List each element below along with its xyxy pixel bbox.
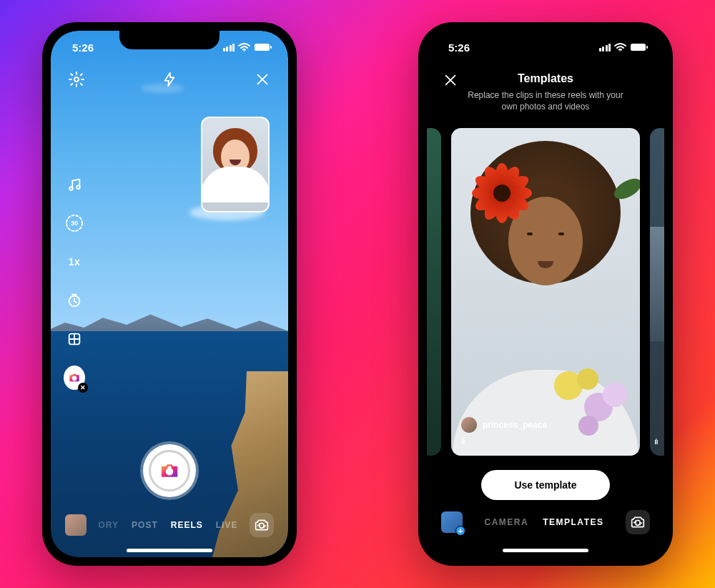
template-card-prev[interactable]	[427, 128, 441, 456]
wifi-icon	[238, 43, 250, 52]
close-icon[interactable]	[443, 72, 458, 91]
cellular-signal-icon	[599, 44, 611, 52]
mode-reels[interactable]: REELS	[171, 520, 203, 530]
template-carousel[interactable]: princess_peace ılı princess_peace · Orig…	[427, 117, 664, 464]
flip-camera-button[interactable]	[626, 510, 650, 534]
template-audio-label[interactable]: princess_peace · Original Audio	[471, 437, 582, 446]
timer-icon[interactable]	[64, 290, 85, 311]
capture-mode-selector[interactable]: ORY POST REELS LIVE	[99, 520, 238, 530]
svg-rect-13	[631, 44, 646, 51]
duration-button[interactable]: 30	[64, 212, 85, 234]
avatar[interactable]	[461, 417, 477, 433]
add-icon: +	[455, 526, 465, 536]
cellular-signal-icon	[223, 44, 235, 52]
svg-point-5	[77, 185, 80, 189]
svg-rect-14	[646, 46, 648, 49]
svg-point-9	[72, 376, 76, 380]
phone-left: 5:26	[42, 22, 297, 566]
mode-post[interactable]: POST	[132, 520, 158, 530]
music-icon[interactable]	[64, 174, 85, 195]
source-mode-selector[interactable]: CAMERA TEMPLATES	[485, 517, 604, 527]
screen-left: 5:26	[51, 31, 288, 557]
status-bar: 5:26	[427, 31, 664, 64]
speed-button[interactable]: 1x	[64, 251, 85, 273]
template-card-footer: princess_peace ılı princess_peace · Orig…	[461, 413, 630, 446]
battery-icon	[630, 43, 649, 52]
svg-point-11	[169, 471, 171, 473]
status-time: 5:26	[448, 41, 470, 54]
camera-roll-button[interactable]: ✕	[64, 367, 85, 388]
audio-icon: ılı	[461, 437, 465, 446]
svg-rect-2	[270, 46, 272, 49]
gallery-thumbnail[interactable]: +	[441, 511, 463, 533]
close-icon[interactable]	[252, 69, 272, 89]
flip-camera-button[interactable]	[250, 513, 274, 537]
phone-right: 5:26 Templates Replace the clips in thes…	[418, 22, 673, 566]
templates-header: Templates Replace the clips in these ree…	[427, 64, 664, 117]
mode-story-partial[interactable]: ORY	[99, 520, 119, 530]
flower-decoration	[471, 162, 533, 224]
flash-icon[interactable]	[159, 69, 179, 89]
status-bar: 5:26	[51, 31, 288, 64]
camera-bottom-row: ORY POST REELS LIVE	[51, 513, 288, 537]
svg-point-3	[74, 77, 79, 82]
picture-in-picture-preview[interactable]	[201, 117, 270, 212]
camera-top-bar	[51, 69, 288, 89]
template-card-main[interactable]: princess_peace ılı princess_peace · Orig…	[451, 128, 640, 456]
header-subtitle: Replace the clips in these reels with yo…	[443, 89, 649, 112]
gallery-thumbnail[interactable]	[65, 514, 87, 536]
home-indicator[interactable]	[127, 549, 212, 552]
screen-right: 5:26 Templates Replace the clips in thes…	[427, 31, 664, 557]
svg-point-4	[69, 187, 73, 190]
battery-icon	[254, 43, 272, 52]
svg-point-0	[244, 50, 245, 52]
svg-point-12	[620, 50, 621, 52]
shutter-button[interactable]	[143, 444, 196, 497]
svg-rect-1	[255, 44, 270, 51]
duration-label: 30	[71, 220, 78, 227]
template-username[interactable]: princess_peace	[483, 420, 547, 430]
layout-icon[interactable]	[64, 328, 85, 350]
settings-icon[interactable]	[66, 69, 87, 89]
mode-templates[interactable]: TEMPLATES	[543, 517, 603, 527]
template-card-next[interactable]: ılı s	[650, 128, 664, 456]
header-title: Templates	[443, 72, 649, 85]
remove-icon[interactable]: ✕	[78, 383, 88, 393]
wifi-icon	[614, 43, 626, 52]
mode-live[interactable]: LIVE	[216, 520, 238, 530]
audio-icon: ılı	[654, 438, 658, 446]
mode-camera[interactable]: CAMERA	[485, 517, 529, 527]
camera-tool-rail: 30 1x ✕	[64, 174, 85, 388]
status-time: 5:26	[72, 41, 94, 54]
home-indicator[interactable]	[503, 549, 588, 552]
use-template-button[interactable]: Use template	[481, 470, 610, 500]
